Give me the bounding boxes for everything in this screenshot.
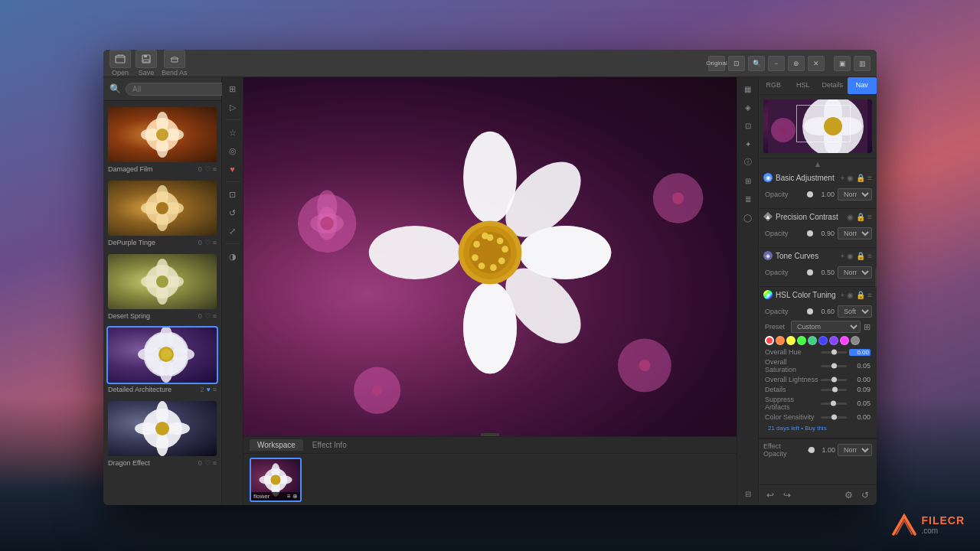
menu-icon-1[interactable]: ≡ xyxy=(213,165,217,173)
hsl-overall-light-thumb[interactable] xyxy=(831,377,837,383)
settings-btn[interactable]: ⚙ xyxy=(841,488,855,502)
basic-menu-icon[interactable]: ≡ xyxy=(867,174,872,182)
filmstrip-tab-workspace[interactable]: Workspace xyxy=(250,439,303,451)
color-dot-teal[interactable] xyxy=(808,336,817,345)
hsl-add-icon[interactable]: + xyxy=(840,291,844,299)
filmstrip-tab-effect-info[interactable]: Effect Info xyxy=(305,439,354,451)
canvas-image[interactable]: ∨ xyxy=(243,77,737,436)
effect-opacity-thumb[interactable] xyxy=(808,447,815,453)
adj-tab-hsl[interactable]: HSL xyxy=(789,77,818,94)
hsl-overall-sat-thumb[interactable] xyxy=(831,364,837,369)
preset-item-depurple[interactable]: DePurple Tinge 0 ♡ ≡ xyxy=(103,178,221,251)
hsl-opacity-thumb[interactable] xyxy=(807,308,813,315)
hsl-suppress-thumb[interactable] xyxy=(831,401,836,406)
history-btn[interactable]: ↺ xyxy=(858,488,872,502)
color-dot-magenta[interactable] xyxy=(840,336,849,345)
adj-section-hsl-header[interactable]: ◈ HSL Color Tuning + ◉ 🔒 ≡ xyxy=(759,287,877,302)
hsl-overall-hue-thumb[interactable] xyxy=(831,350,837,355)
adj-section-tonecurves-header[interactable]: ◈ Tone Curves + ◉ 🔒 ≡ xyxy=(759,248,877,263)
preset-item-damaged-film[interactable]: Damaged Film 0 ♡ ≡ xyxy=(103,104,221,178)
color-dot-violet[interactable] xyxy=(829,336,838,345)
adj-section-basic-header[interactable]: ◉ Basic Adjustment + ◉ 🔒 ≡ xyxy=(759,170,877,185)
lt-crop-btn[interactable]: ⊡ xyxy=(224,186,241,203)
open-button[interactable] xyxy=(109,50,131,68)
rs-info-btn[interactable]: ⓘ xyxy=(740,154,756,171)
lt-star-btn[interactable]: ☆ xyxy=(224,124,241,141)
tc-lock-icon[interactable]: 🔒 xyxy=(856,252,865,260)
rs-effects-btn[interactable]: ✦ xyxy=(740,135,756,152)
adj-tab-details[interactable]: Details xyxy=(818,77,848,94)
save-button[interactable] xyxy=(136,50,157,68)
tc-add-icon[interactable]: + xyxy=(840,252,844,260)
color-dot-orange[interactable] xyxy=(776,336,785,345)
fit-btn[interactable]: ⊡ xyxy=(728,56,745,71)
lt-transform-btn[interactable]: ⤢ xyxy=(224,223,241,240)
basic-lock-icon[interactable]: 🔒 xyxy=(856,174,865,182)
hsl-menu-icon[interactable]: ≡ xyxy=(867,291,872,299)
hsl-eye-icon[interactable]: ◉ xyxy=(847,291,854,299)
effect-opacity-slider[interactable] xyxy=(808,449,812,452)
precision-blend-select[interactable]: Normal xyxy=(838,227,872,240)
effect-blend-select[interactable]: Normal xyxy=(838,444,872,456)
menu-icon-3[interactable]: ≡ xyxy=(213,312,217,320)
menu-icon-2[interactable]: ≡ xyxy=(213,239,217,246)
nav-collapse-btn[interactable]: ▲ xyxy=(759,158,877,170)
hsl-overall-light-slider[interactable] xyxy=(821,379,847,381)
opacity-blend-select[interactable]: Normal Multiply Screen xyxy=(838,188,872,201)
hsl-color-sens-slider[interactable] xyxy=(821,416,847,419)
hsl-details-slider[interactable] xyxy=(821,389,847,391)
lt-mask-btn[interactable]: ◑ xyxy=(224,248,241,265)
close-view-btn[interactable]: ✕ xyxy=(808,56,825,71)
rs-layers2-btn[interactable]: ⊞ xyxy=(740,172,756,189)
zoom-out-btn[interactable]: − xyxy=(768,56,785,71)
tc-blend-select[interactable]: Normal xyxy=(838,266,872,279)
rs-adjust-btn[interactable]: ◈ xyxy=(740,99,756,116)
tool-btn[interactable]: ⊕ xyxy=(788,56,805,71)
undo-btn[interactable]: ↩ xyxy=(763,488,777,502)
hsl-color-sens-thumb[interactable] xyxy=(831,415,837,420)
hsl-overall-hue-slider[interactable] xyxy=(821,351,847,354)
color-dot-green[interactable] xyxy=(797,336,806,345)
canvas-collapse-btn[interactable]: ∨ xyxy=(481,433,499,436)
color-dot-blue[interactable] xyxy=(818,336,828,345)
adj-section-precision-header[interactable]: ▲ Precision Contrast ◉ 🔒 ≡ xyxy=(759,209,877,224)
basic-eye-icon[interactable]: ◉ xyxy=(847,174,854,182)
hsl-blend-select[interactable]: Soft Light Normal xyxy=(838,305,872,318)
color-dot-yellow[interactable] xyxy=(786,336,795,345)
hsl-overall-sat-slider[interactable] xyxy=(821,365,847,367)
tc-thumb[interactable] xyxy=(807,269,813,276)
lt-layers-btn[interactable]: ⊞ xyxy=(224,80,241,97)
menu-icon-4[interactable]: ≡ xyxy=(213,386,217,393)
original-btn[interactable]: Original xyxy=(708,56,725,71)
tc-eye-icon[interactable]: ◉ xyxy=(847,252,854,260)
hsl-details-thumb[interactable] xyxy=(832,387,838,393)
opacity-thumb[interactable] xyxy=(807,191,813,197)
lt-circle-btn[interactable]: ◎ xyxy=(224,142,241,159)
filmstrip-item-flower[interactable]: flower ≡ ⊕ xyxy=(250,458,302,502)
rs-histogram-btn[interactable]: ▦ xyxy=(740,80,756,97)
rs-vignette-btn[interactable]: ◯ xyxy=(740,209,756,226)
presets-collapse-btn[interactable]: ‹ xyxy=(875,269,877,287)
hsl-preset-select[interactable]: Custom xyxy=(791,321,861,333)
trial-link[interactable]: • Buy this xyxy=(801,425,826,432)
basic-add-icon[interactable]: + xyxy=(840,174,844,182)
hsl-suppress-slider[interactable] xyxy=(821,403,847,405)
rs-bottom-btn[interactable]: ⊟ xyxy=(740,485,756,502)
hsl-preset-icon[interactable]: ⊞ xyxy=(864,322,871,332)
split-view-btn[interactable]: ▥ xyxy=(854,56,871,71)
redo-btn[interactable]: ↪ xyxy=(780,488,794,502)
rs-meta-btn[interactable]: ≣ xyxy=(740,191,756,207)
color-dot-red[interactable] xyxy=(765,336,774,345)
precision-eye-icon[interactable]: ◉ xyxy=(847,213,854,221)
magnify-btn[interactable]: 🔍 xyxy=(748,56,765,71)
lt-forward-btn[interactable]: ▷ xyxy=(224,99,241,116)
preset-item-dragon-effect[interactable]: Dragon Effect 0 ♡ ≡ xyxy=(103,398,221,471)
adj-tab-nav[interactable]: Nav xyxy=(848,77,877,94)
color-dot-gray[interactable] xyxy=(851,336,860,345)
tc-menu-icon[interactable]: ≡ xyxy=(867,252,872,260)
precision-thumb[interactable] xyxy=(807,230,813,236)
search-input[interactable] xyxy=(126,83,237,96)
lt-rotate-btn[interactable]: ↺ xyxy=(224,204,241,221)
hsl-lock-icon[interactable]: 🔒 xyxy=(856,291,865,299)
single-view-btn[interactable]: ▣ xyxy=(834,56,851,71)
